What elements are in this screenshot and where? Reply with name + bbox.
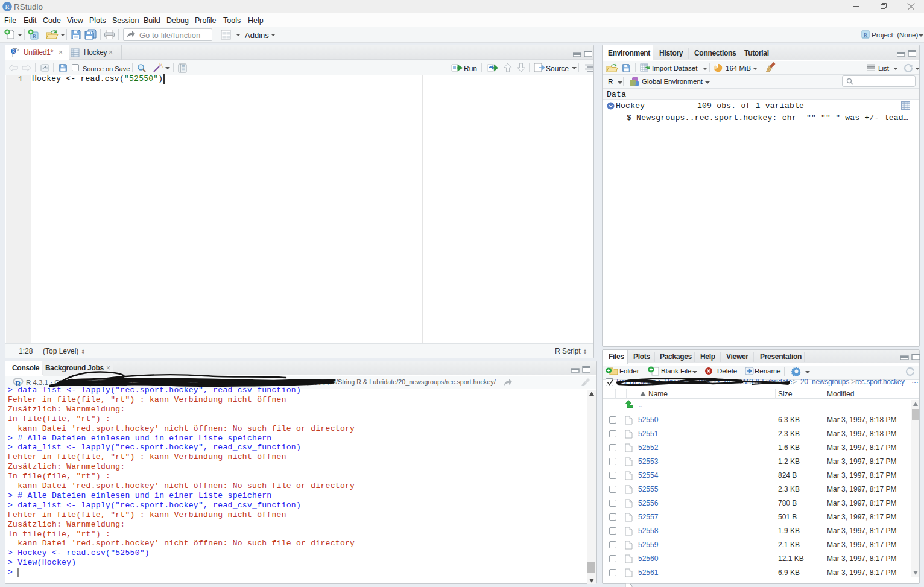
svg-text:R: R: [5, 4, 9, 10]
svg-text:R: R: [12, 49, 15, 54]
svg-text:R: R: [864, 32, 867, 38]
svg-text:R: R: [33, 33, 36, 39]
